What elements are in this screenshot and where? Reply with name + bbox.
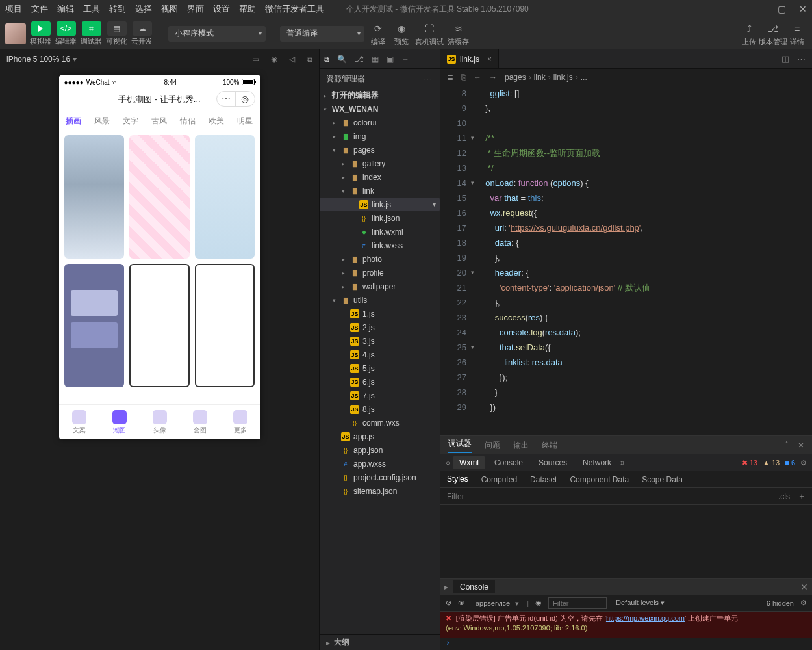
device-icon[interactable]: ▭ bbox=[252, 55, 259, 64]
problems-tab[interactable]: 问题 bbox=[485, 440, 500, 451]
tree-item[interactable]: JS6.js bbox=[320, 375, 440, 389]
menu-视图[interactable]: 视图 bbox=[161, 3, 178, 15]
tree-item[interactable]: ▸▇index bbox=[320, 170, 440, 184]
menu-编辑[interactable]: 编辑 bbox=[57, 3, 74, 15]
sources-tab[interactable]: Sources bbox=[532, 456, 574, 469]
thumb-2[interactable] bbox=[129, 135, 190, 259]
visual-button[interactable]: ▤ bbox=[107, 21, 127, 36]
menu-帮助[interactable]: 帮助 bbox=[239, 3, 256, 15]
nav-item[interactable]: 潮图 bbox=[99, 405, 140, 439]
tree-item[interactable]: ▸▇photo bbox=[320, 252, 440, 266]
context-select[interactable]: appservice bbox=[472, 598, 520, 608]
styles-subtab[interactable]: Dataset bbox=[530, 475, 557, 484]
filter-label[interactable]: Filter bbox=[447, 492, 464, 501]
mute-icon[interactable]: ◁ bbox=[289, 55, 295, 64]
category-tab[interactable]: 插画 bbox=[66, 116, 81, 127]
nav-item[interactable]: 套图 bbox=[180, 405, 220, 439]
tree-item[interactable]: ▾▇pages bbox=[320, 143, 440, 157]
nav-item[interactable]: 文案 bbox=[59, 405, 99, 439]
add-icon[interactable]: ＋ bbox=[798, 491, 806, 502]
nav-fwd-icon[interactable]: → bbox=[489, 73, 497, 82]
tree-item[interactable]: JS3.js bbox=[320, 334, 440, 348]
close-icon[interactable]: ✕ bbox=[798, 441, 804, 450]
tree-item[interactable]: JS7.js bbox=[320, 389, 440, 402]
debugger-tab[interactable]: 调试器 bbox=[448, 438, 472, 453]
visibility-icon[interactable]: ◉ bbox=[535, 599, 542, 607]
close-icon[interactable]: ✕ bbox=[799, 4, 807, 14]
maximize-icon[interactable]: ▢ bbox=[778, 4, 786, 14]
tree-item[interactable]: {}link.json bbox=[320, 211, 440, 225]
thumb-1[interactable] bbox=[64, 135, 125, 259]
tree-item[interactable]: JS8.js bbox=[320, 402, 440, 416]
simulator-button[interactable] bbox=[31, 21, 51, 36]
tree-item[interactable]: {}app.json bbox=[320, 443, 440, 457]
menu-微信开发者工具[interactable]: 微信开发者工具 bbox=[265, 3, 324, 15]
editor-tab-linkjs[interactable]: JS link.js × bbox=[440, 49, 499, 68]
files-icon[interactable]: ⧉ bbox=[324, 55, 329, 64]
compile-icon[interactable]: ⟳ bbox=[368, 21, 388, 36]
record-icon[interactable]: ◉ bbox=[271, 55, 277, 64]
copy-icon[interactable]: ⧉ bbox=[307, 55, 312, 64]
phone-simulator[interactable]: ●●●●● WeChat ᯤ 8:44 100% 手机潮图 - 让手机秀... … bbox=[59, 75, 260, 439]
menu-项目[interactable]: 项目 bbox=[5, 3, 22, 15]
output-tab[interactable]: 输出 bbox=[513, 440, 529, 451]
nav-back-icon[interactable]: ← bbox=[474, 73, 481, 82]
menu-文件[interactable]: 文件 bbox=[31, 3, 48, 15]
clear-cache-icon[interactable]: ≋ bbox=[449, 21, 468, 36]
tree-item[interactable]: JS2.js bbox=[320, 320, 440, 334]
menu-设置[interactable]: 设置 bbox=[213, 3, 230, 15]
tree-item[interactable]: #link.wxss bbox=[320, 239, 440, 252]
category-tab[interactable]: 明星 bbox=[237, 116, 253, 127]
tree-item[interactable]: ◆link.wxml bbox=[320, 225, 440, 239]
compile-select[interactable]: 普通编译 bbox=[280, 26, 364, 42]
arrow-icon[interactable]: → bbox=[401, 55, 409, 64]
chevron-down-icon[interactable]: ▾ bbox=[73, 55, 77, 64]
cls-toggle[interactable]: .cls bbox=[778, 492, 790, 501]
tree-item[interactable]: ▾▇utils bbox=[320, 293, 440, 307]
menu-工具[interactable]: 工具 bbox=[83, 3, 100, 15]
more-icon[interactable]: ⋯ bbox=[217, 92, 236, 106]
tree-item[interactable]: ▸▇gallery bbox=[320, 157, 440, 170]
editor-button[interactable]: </> bbox=[57, 21, 76, 36]
tree-item[interactable]: JS5.js bbox=[320, 361, 440, 375]
hidden-count[interactable]: 6 hidden bbox=[767, 599, 794, 607]
category-tabs[interactable]: 插画风景文字古风情侣欧美明星 bbox=[59, 110, 260, 131]
bookmark-icon[interactable]: ⎘ bbox=[461, 73, 466, 82]
console-menu-icon[interactable]: ▸ bbox=[444, 582, 448, 592]
gear-icon[interactable]: ⚙ bbox=[800, 459, 807, 467]
clear-console-icon[interactable]: ⊘ bbox=[446, 599, 451, 607]
tree-item[interactable]: JSapp.js bbox=[320, 430, 440, 443]
target-icon[interactable]: ◎ bbox=[236, 92, 255, 106]
tree-item[interactable]: ▾▇link bbox=[320, 184, 440, 198]
avatar[interactable] bbox=[5, 23, 26, 44]
tree-item[interactable]: JS4.js bbox=[320, 348, 440, 361]
tree-item[interactable]: {}sitemap.json bbox=[320, 484, 440, 498]
console-tab[interactable]: Console bbox=[488, 456, 529, 469]
eye-icon[interactable]: 👁 bbox=[458, 599, 465, 607]
wxml-tab[interactable]: Wxml bbox=[453, 456, 485, 469]
close-tab-icon[interactable]: × bbox=[487, 55, 492, 64]
branch-icon[interactable]: ⎇ bbox=[355, 55, 364, 64]
menu-转到[interactable]: 转到 bbox=[109, 3, 126, 15]
tree-item[interactable]: {}project.config.json bbox=[320, 471, 440, 484]
network-tab[interactable]: Network bbox=[576, 456, 618, 469]
category-tab[interactable]: 情侣 bbox=[180, 116, 196, 127]
console-tab[interactable]: Console bbox=[453, 580, 495, 593]
close-icon[interactable]: ✕ bbox=[800, 582, 808, 592]
device-label[interactable]: iPhone 5 100% 16 bbox=[6, 55, 70, 64]
category-tab[interactable]: 风景 bbox=[94, 116, 110, 127]
chevron-up-icon[interactable]: ˄ bbox=[785, 441, 789, 450]
tree-item[interactable]: ▸▇profile bbox=[320, 266, 440, 280]
styles-subtab[interactable]: Styles bbox=[447, 474, 468, 484]
levels-select[interactable]: Default levels ▾ bbox=[613, 597, 667, 608]
styles-subtab[interactable]: Computed bbox=[481, 475, 517, 484]
upload-icon[interactable]: ⤴ bbox=[739, 21, 759, 36]
thumb-6[interactable] bbox=[195, 264, 255, 387]
thumb-5[interactable] bbox=[129, 264, 190, 387]
search-icon[interactable]: 🔍 bbox=[337, 55, 347, 64]
preview-icon[interactable]: ◉ bbox=[392, 21, 411, 36]
code-editor[interactable]: 891011▾121314▾151617181920▾2122232425▾26… bbox=[440, 86, 812, 436]
mode-select[interactable]: 小程序模式 bbox=[168, 26, 266, 42]
remote-debug-icon[interactable]: ⛶ bbox=[420, 21, 439, 36]
minimize-icon[interactable]: ― bbox=[755, 4, 765, 14]
